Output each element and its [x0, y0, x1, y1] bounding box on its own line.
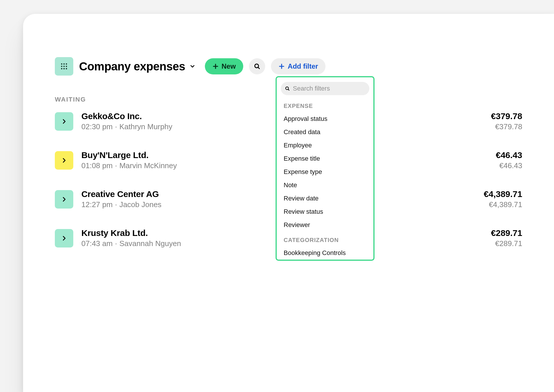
expense-sub-amount: €46.43 — [496, 161, 522, 170]
chevron-down-icon — [189, 63, 196, 70]
filter-option[interactable]: Employee — [281, 139, 369, 152]
svg-point-7 — [63, 68, 65, 70]
filter-popover: EXPENSEApproval statusCreated dataEmploy… — [276, 76, 375, 261]
svg-point-5 — [66, 66, 67, 67]
chevron-right-icon — [61, 196, 67, 202]
search-button[interactable] — [249, 58, 265, 74]
grid-icon — [60, 62, 68, 70]
svg-point-1 — [63, 63, 65, 65]
svg-point-2 — [66, 63, 67, 65]
filter-group-label: CATEGORIZATION — [284, 237, 369, 243]
expense-row-icon — [55, 229, 73, 247]
filter-option[interactable]: Expense type — [281, 165, 369, 179]
filter-popover-scroll[interactable]: EXPENSEApproval statusCreated dataEmploy… — [281, 97, 372, 257]
separator-dot: · — [113, 122, 119, 131]
expense-sub-amount: €379.78 — [491, 122, 522, 131]
search-icon — [285, 86, 290, 91]
expense-time: 12:27 pm — [81, 200, 113, 209]
expense-amounts: €289.71€289.71 — [491, 228, 522, 248]
new-button[interactable]: New — [205, 58, 243, 74]
expense-amounts: €46.43€46.43 — [496, 150, 522, 170]
expense-amount: €379.78 — [491, 111, 522, 121]
filter-option[interactable]: Review date — [281, 192, 369, 205]
svg-point-3 — [61, 66, 63, 67]
expense-amount: €4,389.71 — [484, 189, 522, 199]
filter-option[interactable]: Review status — [281, 205, 369, 218]
expense-row-icon — [55, 112, 73, 131]
expense-person: Savannah Nguyen — [119, 239, 181, 248]
filter-option[interactable]: Expense title — [281, 152, 369, 165]
new-button-label: New — [222, 62, 236, 70]
expense-amount: €289.71 — [491, 228, 522, 238]
add-filter-label: Add filter — [288, 62, 318, 70]
page-header: Company expenses New Add filter — [55, 57, 522, 76]
filter-option[interactable]: Approval status — [281, 112, 369, 125]
expense-time: 07:43 am — [81, 239, 113, 248]
expense-row-icon — [55, 151, 73, 170]
filter-option[interactable]: Created data — [281, 125, 369, 139]
chevron-right-icon — [61, 118, 67, 125]
svg-point-6 — [61, 68, 63, 70]
app-shell: Company expenses New Add filter WAITING — [23, 14, 554, 392]
add-filter-button[interactable]: Add filter — [271, 58, 325, 74]
plus-icon — [278, 63, 285, 70]
filter-search-input[interactable] — [293, 85, 372, 92]
expense-sub-amount: €4,389.71 — [484, 200, 522, 209]
filter-option[interactable]: Reviewer — [281, 218, 369, 232]
expense-person: Jacob Jones — [119, 200, 162, 209]
filter-group-label: EXPENSE — [284, 103, 369, 109]
filter-search[interactable] — [281, 82, 369, 95]
svg-line-16 — [288, 89, 289, 90]
filter-option[interactable]: Bookkeeping Controls — [281, 246, 369, 257]
search-icon — [254, 63, 261, 70]
expense-sub-amount: €289.71 — [491, 239, 522, 248]
svg-point-4 — [63, 66, 65, 67]
app-grid-icon[interactable] — [55, 57, 73, 76]
svg-line-12 — [258, 67, 259, 69]
separator-dot: · — [113, 239, 119, 248]
expense-row-icon — [55, 190, 73, 209]
expense-amounts: €379.78€379.78 — [491, 111, 522, 131]
expense-time: 01:08 pm — [81, 161, 113, 170]
expense-person: Marvin McKinney — [119, 161, 177, 170]
filter-option[interactable]: Note — [281, 179, 369, 192]
separator-dot: · — [113, 200, 119, 209]
chevron-right-icon — [61, 235, 67, 241]
chevron-right-icon — [61, 157, 67, 164]
expense-time: 02:30 pm — [81, 122, 113, 131]
expense-amounts: €4,389.71€4,389.71 — [484, 189, 522, 209]
page-title: Company expenses — [79, 60, 185, 73]
plus-icon — [212, 63, 219, 70]
svg-point-8 — [66, 68, 67, 70]
svg-point-0 — [61, 63, 63, 65]
expense-person: Kathryn Murphy — [119, 122, 173, 131]
separator-dot: · — [113, 161, 119, 170]
page-title-dropdown[interactable]: Company expenses — [79, 60, 196, 73]
expense-amount: €46.43 — [496, 150, 522, 160]
